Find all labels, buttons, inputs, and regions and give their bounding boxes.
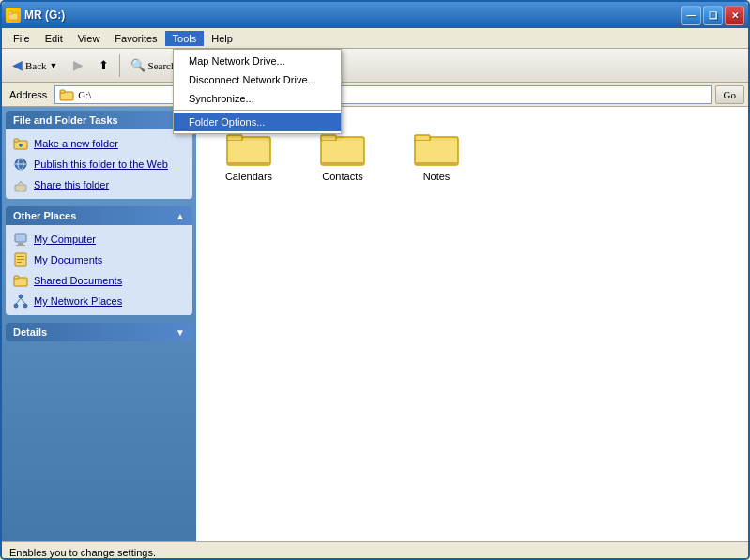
other-places-label: Other Places [13, 210, 76, 221]
share-icon [13, 177, 28, 192]
svg-rect-5 [14, 139, 19, 142]
title-bar: MR (G:) — ❑ ✕ [2, 2, 748, 28]
sidebar-item-new-folder[interactable]: Make a new folder [6, 133, 192, 154]
folder-contacts-label: Contacts [322, 171, 362, 182]
menu-map-network-drive[interactable]: Map Network Drive... [174, 52, 341, 70]
shared-documents-label: Shared Documents [34, 275, 122, 286]
folder-contacts-icon [320, 129, 365, 167]
svg-rect-15 [16, 245, 25, 246]
up-icon: ⬆ [99, 58, 109, 73]
back-button[interactable]: ◀ Back ▼ [6, 53, 65, 77]
folder-notes-label: Notes [423, 171, 451, 182]
other-places-collapse-icon: ▲ [176, 211, 185, 221]
file-folder-tasks-header[interactable]: File and Folder Tasks ▲ [6, 111, 192, 129]
main-container: File and Folder Tasks ▲ Make a new folde… [2, 107, 748, 541]
status-text: Enables you to change settings. [9, 547, 156, 558]
sidebar-item-shared-documents[interactable]: Shared Documents [6, 270, 192, 291]
computer-icon [13, 232, 28, 247]
maximize-button[interactable]: ❑ [703, 6, 723, 25]
svg-rect-33 [322, 141, 363, 164]
sidebar-item-my-network-places[interactable]: My Network Places [6, 291, 192, 311]
window-icon [6, 8, 21, 23]
svg-rect-1 [8, 11, 12, 14]
sidebar-item-share-folder[interactable]: Share this folder [6, 174, 192, 195]
my-network-places-label: My Network Places [34, 295, 122, 307]
menu-bar: File Edit View Favorites Tools Help [2, 28, 748, 49]
file-folder-tasks-label: File and Folder Tasks [13, 114, 118, 126]
svg-rect-37 [416, 141, 457, 164]
details-header[interactable]: Details ▼ [6, 323, 192, 341]
search-label: Search [148, 60, 176, 71]
address-folder-icon [59, 88, 74, 101]
network-icon [13, 294, 28, 309]
other-places-header[interactable]: Other Places ▲ [6, 206, 192, 225]
svg-rect-13 [15, 234, 26, 242]
publish-icon [13, 157, 28, 172]
documents-icon [13, 252, 28, 267]
up-button[interactable]: ⬆ [92, 54, 115, 77]
address-field[interactable]: G:\ [54, 85, 711, 104]
svg-point-22 [19, 295, 23, 298]
back-icon: ◀ [12, 57, 23, 73]
new-folder-icon [13, 136, 28, 151]
menu-edit[interactable]: Edit [38, 31, 70, 46]
folder-calendars[interactable]: Calendars [211, 126, 286, 186]
svg-rect-30 [227, 162, 270, 165]
folder-contacts[interactable]: Contacts [305, 126, 380, 186]
close-button[interactable]: ✕ [725, 6, 744, 25]
back-dropdown-icon[interactable]: ▼ [50, 61, 58, 70]
svg-rect-28 [227, 135, 242, 141]
sidebar-item-my-documents[interactable]: My Documents [6, 250, 192, 270]
search-icon: 🔍 [130, 58, 145, 73]
forward-button[interactable]: ▶ [67, 53, 90, 77]
details-section: Details ▼ [6, 323, 192, 341]
sidebar-item-my-computer[interactable]: My Computer [6, 229, 192, 250]
forward-icon: ▶ [73, 57, 84, 73]
back-label: Back [25, 60, 47, 71]
address-label: Address [6, 89, 51, 100]
menu-file[interactable]: File [6, 31, 38, 46]
new-folder-label: Make a new folder [34, 138, 118, 149]
menu-help[interactable]: Help [204, 31, 240, 46]
file-folder-tasks-section: File and Folder Tasks ▲ Make a new folde… [6, 111, 192, 199]
folder-calendars-icon [226, 129, 271, 167]
svg-rect-34 [321, 162, 364, 165]
svg-line-26 [21, 298, 25, 304]
svg-point-23 [14, 304, 18, 308]
other-places-body: My Computer My Documents [6, 225, 192, 315]
window-title: MR (G:) [24, 8, 65, 22]
details-collapse-icon: ▼ [176, 327, 185, 338]
tools-dropdown-menu: Map Network Drive... Disconnect Network … [173, 49, 342, 134]
menu-disconnect-network-drive[interactable]: Disconnect Network Drive... [174, 70, 341, 89]
folder-notes-icon [414, 129, 459, 167]
menu-tools[interactable]: Tools [165, 31, 205, 46]
menu-view[interactable]: View [70, 31, 108, 46]
toolbar-divider-1 [119, 54, 120, 77]
publish-web-label: Publish this folder to the Web [34, 159, 168, 170]
toolbar: ◀ Back ▼ ▶ ⬆ 🔍 Search 📁 Folders ⊞ ▼ [2, 49, 748, 83]
folder-notes[interactable]: Notes [399, 126, 474, 186]
menu-synchronize[interactable]: Synchronize... [174, 89, 341, 108]
window: MR (G:) — ❑ ✕ File Edit View Favorites T… [0, 0, 750, 560]
svg-rect-38 [415, 162, 458, 165]
svg-rect-12 [19, 187, 23, 191]
svg-rect-17 [17, 256, 24, 257]
title-buttons: — ❑ ✕ [681, 6, 744, 25]
svg-point-24 [23, 304, 27, 308]
svg-rect-19 [17, 262, 22, 263]
minimize-button[interactable]: — [681, 6, 701, 25]
svg-line-25 [16, 298, 21, 304]
svg-rect-14 [18, 243, 23, 245]
my-documents-label: My Documents [34, 254, 102, 265]
address-value: G:\ [78, 89, 91, 100]
menu-folder-options[interactable]: Folder Options... [174, 113, 341, 131]
folder-calendars-label: Calendars [225, 171, 272, 182]
tools-menu-separator [174, 110, 341, 111]
my-computer-label: My Computer [34, 234, 96, 245]
file-area: Calendars Contacts Notes [196, 107, 748, 541]
other-places-section: Other Places ▲ My Computer [6, 206, 192, 315]
sidebar-item-publish-web[interactable]: Publish this folder to the Web [6, 154, 192, 174]
menu-favorites[interactable]: Favorites [107, 31, 164, 46]
svg-rect-36 [415, 135, 430, 141]
go-button[interactable]: Go [715, 85, 744, 104]
